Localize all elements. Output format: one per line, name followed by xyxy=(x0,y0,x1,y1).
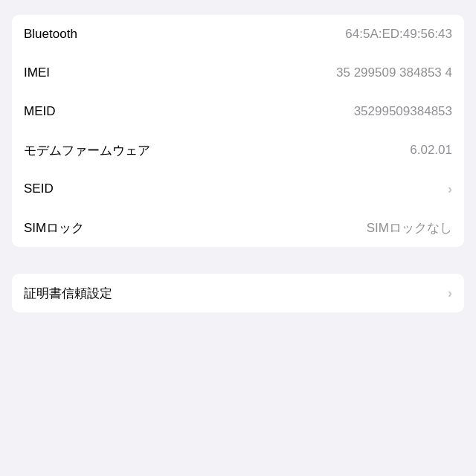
right-bluetooth: 64:5A:ED:49:56:43 xyxy=(345,27,452,42)
info-group: Bluetooth64:5A:ED:49:56:43IMEI35 299509 … xyxy=(12,15,464,247)
label-meid: MEID xyxy=(24,104,56,119)
settings-list: Bluetooth64:5A:ED:49:56:43IMEI35 299509 … xyxy=(0,15,476,312)
label-certificate-trust: 証明書信頼設定 xyxy=(24,285,112,302)
value-bluetooth: 64:5A:ED:49:56:43 xyxy=(345,27,452,42)
value-meid: 35299509384853 xyxy=(354,104,452,119)
right-certificate-trust: › xyxy=(448,286,452,300)
row-imei: IMEI35 299509 384853 4 xyxy=(12,54,464,92)
certificate-group: 証明書信頼設定› xyxy=(12,274,464,312)
chevron-icon-seid: › xyxy=(448,182,452,196)
right-sim-lock: SIMロックなし xyxy=(367,219,452,237)
value-modem-firmware: 6.02.01 xyxy=(410,143,452,158)
right-imei: 35 299509 384853 4 xyxy=(336,65,452,80)
label-imei: IMEI xyxy=(24,65,50,80)
row-modem-firmware: モデムファームウェア6.02.01 xyxy=(12,131,464,170)
row-bluetooth: Bluetooth64:5A:ED:49:56:43 xyxy=(12,15,464,54)
row-sim-lock: SIMロックSIMロックなし xyxy=(12,208,464,247)
row-certificate-trust[interactable]: 証明書信頼設定› xyxy=(12,274,464,312)
value-imei: 35 299509 384853 4 xyxy=(336,65,452,80)
value-sim-lock: SIMロックなし xyxy=(367,219,452,237)
row-seid[interactable]: SEID› xyxy=(12,170,464,208)
right-seid: › xyxy=(448,182,452,196)
label-seid: SEID xyxy=(24,181,54,196)
group-spacer xyxy=(0,247,476,274)
label-sim-lock: SIMロック xyxy=(24,219,84,237)
label-modem-firmware: モデムファームウェア xyxy=(24,142,150,159)
label-bluetooth: Bluetooth xyxy=(24,27,77,42)
chevron-icon-certificate-trust: › xyxy=(448,286,452,300)
row-meid: MEID35299509384853 xyxy=(12,92,464,131)
right-meid: 35299509384853 xyxy=(354,104,452,119)
right-modem-firmware: 6.02.01 xyxy=(410,143,452,158)
